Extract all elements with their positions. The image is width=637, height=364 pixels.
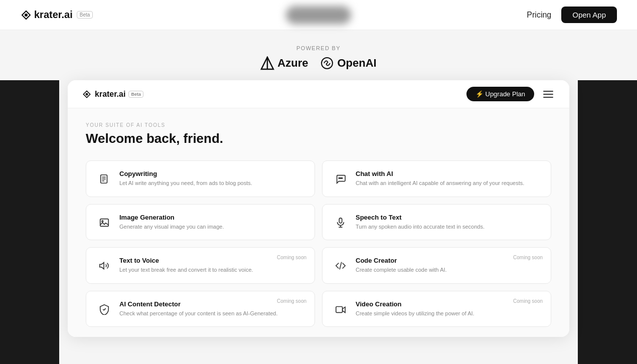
openai-logo: OpenAI [320, 56, 376, 70]
app-beta-badge: Beta [128, 91, 143, 98]
code-desc: Create complete usable code with AI. [356, 266, 541, 274]
hamburger-line-3 [543, 97, 553, 98]
suite-label: YOUR SUITE OF AI TOOLS [86, 122, 551, 128]
hamburger-menu-button[interactable] [541, 89, 555, 100]
blurred-content [286, 6, 351, 24]
voice-desc: Let your text break free and convert it … [119, 266, 304, 274]
code-card[interactable]: Code Creator Create complete usable code… [322, 247, 551, 284]
logo-text: krater.ai [34, 9, 73, 21]
svg-point-13 [102, 220, 103, 222]
svg-line-18 [340, 262, 342, 270]
app-content: YOUR SUITE OF AI TOOLS Welcome back, fri… [68, 108, 569, 337]
openai-text: OpenAI [337, 57, 376, 70]
detector-card[interactable]: AI Content Detector Check what percentag… [86, 291, 315, 327]
svg-marker-22 [343, 307, 346, 312]
hamburger-line-1 [543, 91, 553, 92]
chat-icon [333, 171, 349, 187]
nav-center-blurred [286, 6, 351, 24]
voice-coming-soon: Coming soon [277, 255, 306, 260]
image-info: Image Generation Generate any visual ima… [119, 214, 304, 231]
pricing-link[interactable]: Pricing [527, 11, 551, 20]
detector-icon [96, 301, 112, 317]
beta-badge: Beta [77, 11, 93, 19]
openai-icon [320, 56, 334, 70]
video-desc: Create simple videos by utilizing the po… [356, 309, 541, 318]
copywriting-name: Copywriting [119, 170, 304, 177]
copywriting-info: Copywriting Let AI write anything you ne… [119, 170, 304, 188]
svg-point-4 [86, 93, 88, 95]
svg-point-10 [340, 177, 341, 178]
svg-point-9 [339, 177, 340, 178]
chat-name: Chat with AI [356, 170, 541, 177]
image-icon [96, 215, 112, 231]
svg-point-11 [342, 177, 343, 178]
krater-logo-icon [20, 9, 32, 21]
chat-card[interactable]: Chat with AI Chat with an intelligent AI… [322, 160, 551, 197]
app-logo-icon [82, 89, 92, 99]
powered-by-label: POWERED BY [296, 45, 341, 51]
voice-icon [96, 258, 112, 274]
app-window: krater.ai Beta ⚡ Upgrade Plan YOUR SUITE… [68, 80, 569, 337]
copywriting-card[interactable]: Copywriting Let AI write anything you ne… [86, 160, 315, 197]
nav-logo: krater.ai Beta [20, 9, 93, 21]
azure-icon [260, 56, 274, 70]
voice-card[interactable]: Text to Voice Let your text break free a… [86, 247, 315, 284]
svg-rect-14 [339, 218, 342, 223]
video-card[interactable]: Video Creation Create simple videos by u… [322, 291, 551, 327]
powered-by-logos: Azure OpenAI [260, 56, 376, 70]
app-nav: krater.ai Beta ⚡ Upgrade Plan [68, 80, 569, 108]
image-card[interactable]: Image Generation Generate any visual ima… [86, 204, 315, 241]
logo: krater.ai [20, 9, 73, 21]
detector-coming-soon: Coming soon [277, 298, 306, 304]
chat-info: Chat with AI Chat with an intelligent AI… [356, 170, 541, 188]
welcome-title: Welcome back, friend. [86, 131, 551, 146]
image-desc: Generate any visual image you can image. [119, 223, 304, 231]
svg-point-0 [25, 14, 28, 17]
nav-right: Pricing Open App [527, 7, 617, 23]
video-coming-soon: Coming soon [513, 298, 543, 304]
svg-line-20 [104, 308, 106, 310]
svg-rect-21 [336, 306, 343, 312]
speech-name: Speech to Text [356, 214, 541, 221]
detector-desc: Check what percentage of your content is… [119, 309, 304, 318]
upgrade-plan-button[interactable]: ⚡ Upgrade Plan [466, 87, 534, 101]
app-logo-text: krater.ai [95, 90, 125, 99]
code-coming-soon: Coming soon [513, 255, 543, 260]
app-logo: krater.ai Beta [82, 89, 143, 99]
chat-desc: Chat with an intelligent AI capable of a… [356, 179, 541, 188]
svg-rect-12 [100, 219, 109, 226]
hamburger-line-2 [543, 94, 553, 95]
image-name: Image Generation [119, 214, 304, 221]
speech-desc: Turn any spoken audio into accurate text… [356, 223, 541, 231]
open-app-button[interactable]: Open App [561, 7, 617, 23]
hero-section: POWERED BY Azure OpenAI [0, 30, 637, 80]
speech-icon [333, 215, 349, 231]
app-nav-right: ⚡ Upgrade Plan [466, 87, 555, 101]
azure-text: Azure [277, 57, 308, 70]
speech-info: Speech to Text Turn any spoken audio int… [356, 214, 541, 231]
svg-marker-17 [100, 263, 104, 269]
copywriting-desc: Let AI write anything you need, from ads… [119, 179, 304, 188]
speech-card[interactable]: Speech to Text Turn any spoken audio int… [322, 204, 551, 241]
azure-logo: Azure [260, 56, 308, 70]
video-icon [333, 301, 349, 317]
copywriting-icon [96, 171, 112, 187]
top-navigation: krater.ai Beta Pricing Open App [0, 0, 637, 30]
main-area: POWERED BY Azure OpenAI [0, 30, 637, 337]
code-icon [333, 258, 349, 274]
tool-grid: Copywriting Let AI write anything you ne… [86, 160, 551, 327]
